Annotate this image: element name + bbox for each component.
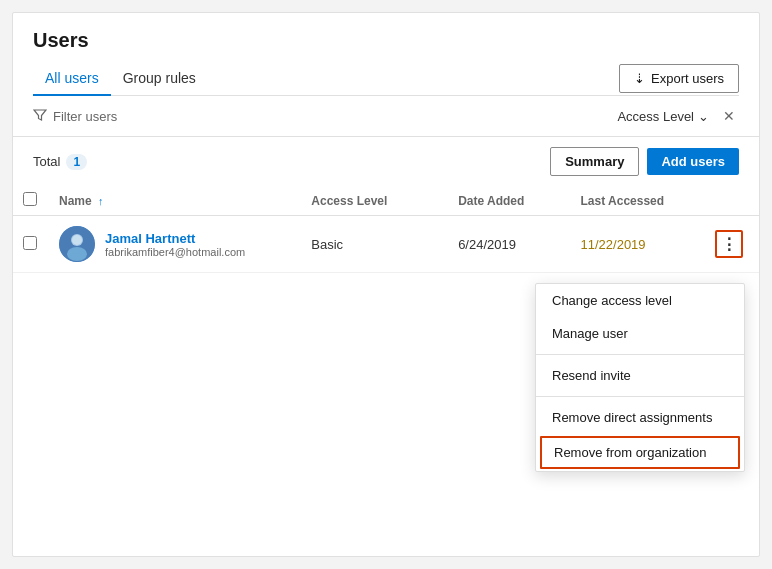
actions-cell: ⋮ xyxy=(705,216,759,273)
th-checkbox xyxy=(13,186,49,216)
access-level-filter[interactable]: Access Level ⌄ xyxy=(617,109,709,124)
row-actions-button[interactable]: ⋮ xyxy=(715,230,743,258)
th-last-accessed[interactable]: Last Accessed xyxy=(571,186,706,216)
menu-item-remove-direct[interactable]: Remove direct assignments xyxy=(536,401,744,434)
filter-placeholder[interactable]: Filter users xyxy=(53,109,117,124)
table-row: Jamal Hartnett fabrikamfiber4@hotmail.co… xyxy=(13,216,759,273)
dropdown-menu: Change access level Manage user Resend i… xyxy=(535,283,745,472)
select-all-checkbox[interactable] xyxy=(23,192,37,206)
user-info: Jamal Hartnett fabrikamfiber4@hotmail.co… xyxy=(59,226,291,262)
th-name[interactable]: Name ↑ xyxy=(49,186,301,216)
table-header-row: Name ↑ Access Level Date Added Last Acce… xyxy=(13,186,759,216)
last-accessed-cell: 11/22/2019 xyxy=(571,216,706,273)
sort-asc-icon: ↑ xyxy=(98,195,104,207)
row-checkbox[interactable] xyxy=(23,236,37,250)
table-actions: Summary Add users xyxy=(550,147,739,176)
table-controls: Total 1 Summary Add users xyxy=(13,137,759,186)
summary-button[interactable]: Summary xyxy=(550,147,639,176)
close-filter-button[interactable]: ✕ xyxy=(719,106,739,126)
filter-bar: Filter users Access Level ⌄ ✕ xyxy=(13,96,759,137)
menu-item-manage-user[interactable]: Manage user xyxy=(536,317,744,350)
tab-group-rules[interactable]: Group rules xyxy=(111,62,208,96)
filter-icon xyxy=(33,108,47,125)
divider-1 xyxy=(536,354,744,355)
page-header: Users All users Group rules ⇣ Export use… xyxy=(13,13,759,96)
user-text-info: Jamal Hartnett fabrikamfiber4@hotmail.co… xyxy=(105,231,245,258)
users-table: Name ↑ Access Level Date Added Last Acce… xyxy=(13,186,759,273)
menu-item-resend-invite[interactable]: Resend invite xyxy=(536,359,744,392)
add-users-button[interactable]: Add users xyxy=(647,148,739,175)
th-access-level[interactable]: Access Level xyxy=(301,186,448,216)
th-actions xyxy=(705,186,759,216)
user-name[interactable]: Jamal Hartnett xyxy=(105,231,245,246)
download-icon: ⇣ xyxy=(634,71,645,86)
tabs-row: All users Group rules ⇣ Export users xyxy=(33,62,739,96)
tabs: All users Group rules xyxy=(33,62,208,95)
avatar xyxy=(59,226,95,262)
filter-left: Filter users xyxy=(33,108,117,125)
date-added-cell: 6/24/2019 xyxy=(448,216,570,273)
page-container: Users All users Group rules ⇣ Export use… xyxy=(12,12,760,557)
total-badge: Total 1 xyxy=(33,154,87,170)
th-date-added[interactable]: Date Added xyxy=(448,186,570,216)
tab-all-users[interactable]: All users xyxy=(33,62,111,96)
filter-right: Access Level ⌄ ✕ xyxy=(617,106,739,126)
menu-item-change-access[interactable]: Change access level xyxy=(536,284,744,317)
svg-point-3 xyxy=(72,235,82,245)
user-email: fabrikamfiber4@hotmail.com xyxy=(105,246,245,258)
user-info-cell: Jamal Hartnett fabrikamfiber4@hotmail.co… xyxy=(49,216,301,273)
divider-2 xyxy=(536,396,744,397)
row-checkbox-cell xyxy=(13,216,49,273)
menu-item-remove-org[interactable]: Remove from organization xyxy=(540,436,740,469)
export-users-button[interactable]: ⇣ Export users xyxy=(619,64,739,93)
page-title: Users xyxy=(33,29,739,52)
chevron-down-icon: ⌄ xyxy=(698,109,709,124)
count-badge: 1 xyxy=(66,154,87,170)
access-level-cell: Basic xyxy=(301,216,448,273)
